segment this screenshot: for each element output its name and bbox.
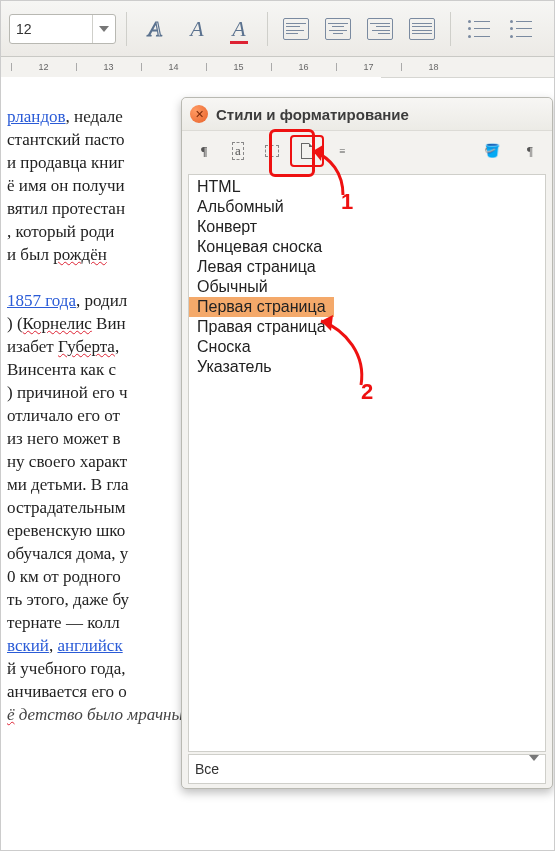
- document-text: ми детьми. В гла: [7, 475, 129, 494]
- bulleted-list-icon: [510, 20, 532, 38]
- document-text: й учебного года,: [7, 659, 126, 678]
- chevron-down-icon: [529, 761, 539, 777]
- list-styles-button[interactable]: ≡: [326, 136, 358, 166]
- horizontal-ruler[interactable]: 12 13 14 15 16 17 18: [1, 57, 554, 78]
- document-text: рождён: [53, 245, 107, 264]
- document-text: , родил: [76, 291, 127, 310]
- document-text: вятил протестан: [7, 199, 125, 218]
- document-text: , недале: [66, 107, 123, 126]
- ruler-mark: 13: [76, 57, 141, 77]
- style-list-item[interactable]: Указатель: [189, 357, 545, 377]
- ruler-mark: 18: [401, 57, 466, 77]
- font-size-value[interactable]: 12: [10, 21, 92, 37]
- dialog-title: Стили и форматирование: [216, 106, 409, 123]
- text-italic-style-button[interactable]: A: [179, 11, 215, 47]
- align-center-icon: [325, 18, 351, 40]
- text-outline-button[interactable]: A: [137, 11, 173, 47]
- document-text: Вин: [92, 314, 126, 333]
- frame-icon: [265, 145, 279, 157]
- font-size-combo[interactable]: 12: [9, 14, 116, 44]
- toolbar-separator: [450, 12, 451, 46]
- ruler-mark: 15: [206, 57, 271, 77]
- letter-a-color-icon: A: [232, 16, 245, 42]
- style-list-item[interactable]: Первая страница: [189, 297, 334, 317]
- page-styles-button[interactable]: [290, 135, 324, 167]
- document-hyperlink[interactable]: рландов: [7, 107, 66, 126]
- styles-and-formatting-dialog: ✕ Стили и форматирование ¶ a ≡ 🪣 ¶ HTMLА…: [181, 97, 553, 789]
- document-text: острадательным: [7, 498, 125, 517]
- style-list-item[interactable]: HTML: [189, 177, 545, 197]
- document-text: ну своего характ: [7, 452, 127, 471]
- document-text: , который роди: [7, 222, 114, 241]
- align-left-button[interactable]: [278, 11, 314, 47]
- style-list-item[interactable]: Обычный: [189, 277, 545, 297]
- character-a-icon: a: [232, 142, 244, 160]
- frame-styles-button[interactable]: [256, 136, 288, 166]
- document-text: и был: [7, 245, 53, 264]
- toolbar-separator: [267, 12, 268, 46]
- document-text: и продавца книг: [7, 153, 125, 172]
- document-text: ё имя он получи: [7, 176, 125, 195]
- style-list-item[interactable]: Концевая сноска: [189, 237, 545, 257]
- document-text: ё: [7, 705, 15, 724]
- style-list-item[interactable]: Альбомный: [189, 197, 545, 217]
- document-text: обучался дома, у: [7, 544, 128, 563]
- ruler-mark: 17: [336, 57, 401, 77]
- document-text: анчивается его о: [7, 682, 127, 701]
- paint-bucket-icon: 🪣: [484, 143, 500, 159]
- align-right-button[interactable]: [362, 11, 398, 47]
- align-center-button[interactable]: [320, 11, 356, 47]
- document-text: стантский пасто: [7, 130, 125, 149]
- footer-filter-label: Все: [195, 761, 219, 777]
- dialog-footer-combo[interactable]: Все: [188, 754, 546, 784]
- align-right-icon: [367, 18, 393, 40]
- document-text: ,: [115, 337, 119, 356]
- dialog-titlebar[interactable]: ✕ Стили и форматирование: [182, 98, 552, 131]
- style-list-item[interactable]: Конверт: [189, 217, 545, 237]
- character-styles-button[interactable]: a: [222, 136, 254, 166]
- letter-a-italic-icon: A: [190, 16, 203, 42]
- document-hyperlink[interactable]: английск: [57, 636, 122, 655]
- new-style-button[interactable]: ¶: [514, 136, 546, 166]
- document-text: Губерта: [58, 337, 115, 356]
- style-list-item[interactable]: Правая страница: [189, 317, 545, 337]
- align-left-icon: [283, 18, 309, 40]
- close-icon: ✕: [195, 109, 204, 120]
- text-color-button[interactable]: A: [221, 11, 257, 47]
- ruler-mark: 16: [271, 57, 336, 77]
- fill-format-mode-button[interactable]: 🪣: [476, 136, 508, 166]
- numbered-list-button[interactable]: [461, 11, 497, 47]
- document-text: ) причиной его ч: [7, 383, 128, 402]
- list-icon: ≡: [339, 146, 345, 157]
- document-text: тернате — колл: [7, 613, 120, 632]
- style-list-item[interactable]: Левая страница: [189, 257, 545, 277]
- ruler-mark: 14: [141, 57, 206, 77]
- document-hyperlink[interactable]: 1857 года: [7, 291, 76, 310]
- dialog-toolbar: ¶ a ≡ 🪣 ¶: [182, 131, 552, 171]
- toolbar-separator: [126, 12, 127, 46]
- style-list-item[interactable]: Сноска: [189, 337, 545, 357]
- bulleted-list-button[interactable]: [503, 11, 539, 47]
- document-text: ) (: [7, 314, 23, 333]
- ruler-mark: 12: [11, 57, 76, 77]
- pilcrow-icon: ¶: [200, 143, 207, 159]
- document-text: изабет: [7, 337, 58, 356]
- font-size-dropdown[interactable]: [92, 15, 115, 43]
- document-text: Винсента как с: [7, 360, 116, 379]
- document-text: ть этого, даже бу: [7, 590, 129, 609]
- document-text: 0 км от родного: [7, 567, 121, 586]
- document-text: еревенскую шко: [7, 521, 125, 540]
- page-icon: [301, 143, 313, 159]
- align-justify-button[interactable]: [404, 11, 440, 47]
- document-text: Корнелис: [23, 314, 92, 333]
- align-justify-icon: [409, 18, 435, 40]
- document-hyperlink[interactable]: вский: [7, 636, 49, 655]
- dialog-close-button[interactable]: ✕: [190, 105, 208, 123]
- paragraph-styles-button[interactable]: ¶: [188, 136, 220, 166]
- document-text: отличало его от: [7, 406, 120, 425]
- chevron-down-icon: [99, 26, 109, 32]
- formatting-toolbar: 12 A A A: [1, 1, 554, 57]
- document-text: из него может в: [7, 429, 121, 448]
- letter-a-outline-icon: A: [148, 16, 161, 42]
- styles-list[interactable]: HTMLАльбомныйКонвертКонцевая сноскаЛевая…: [188, 174, 546, 752]
